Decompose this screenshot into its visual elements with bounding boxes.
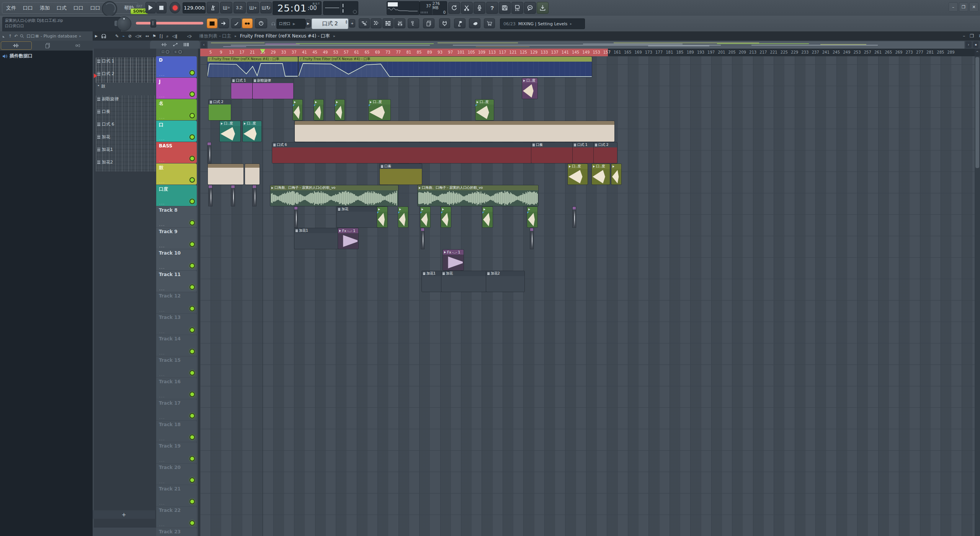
track-header[interactable]: Track 14... <box>156 335 197 356</box>
track-options-dots[interactable]: ... <box>159 265 165 270</box>
pattern-prev-button[interactable]: ▶ <box>305 19 311 28</box>
whoosh-clip[interactable]: 口..度 <box>592 164 610 185</box>
playlist-minimize-button[interactable]: – <box>963 33 965 39</box>
whoosh-clip[interactable]: 口..度 <box>369 100 390 120</box>
browser-item-label[interactable]: 插件数据口 <box>10 53 33 59</box>
track-options-dots[interactable]: ... <box>159 480 165 484</box>
track-name[interactable]: Track 10 <box>159 250 181 256</box>
track-header[interactable]: 口度... <box>156 185 197 206</box>
whoosh-clip[interactable]: 口..度 <box>220 121 240 142</box>
stop-button[interactable] <box>156 2 167 13</box>
track-name[interactable]: Track 22 <box>159 508 181 513</box>
playlist-view-button[interactable] <box>359 18 370 28</box>
playlist-breadcrumb-main[interactable]: Fruity Free Filter (reFX Nexus #4) - 口率 <box>240 33 330 39</box>
whoosh-clip[interactable] <box>335 100 345 120</box>
session-chevron-icon[interactable]: ▸ <box>570 22 572 26</box>
link-button[interactable] <box>242 18 253 28</box>
track-header[interactable]: Track 9... <box>156 228 197 249</box>
track-mute-led[interactable] <box>189 177 195 183</box>
spike-clip[interactable] <box>530 228 533 249</box>
track-mute-led[interactable] <box>189 520 195 526</box>
track-options-dots[interactable]: ... <box>159 437 165 441</box>
plugin-button[interactable] <box>439 18 450 28</box>
timeline-ruler[interactable]: 5913172125293337414549535761656973778185… <box>200 49 975 56</box>
track-name[interactable]: Track 9 <box>159 229 178 234</box>
track-options-dots[interactable]: ... <box>159 351 165 355</box>
whoosh-clip[interactable] <box>293 100 302 120</box>
scroll-up-button[interactable]: ^ <box>975 49 980 56</box>
spike-clip[interactable] <box>573 207 576 227</box>
playlist-grid[interactable]: ♪Fruity Free Filter (reFX Nexus #4) - 口率… <box>200 56 975 536</box>
track-options-dots[interactable]: ... <box>159 501 165 505</box>
toggle-sync[interactable]: s: <box>173 49 183 54</box>
fx-clip[interactable]: Fx -..- 1 <box>443 250 464 270</box>
tab-plugins[interactable] <box>62 41 93 51</box>
track-options-dots[interactable]: ... <box>159 523 165 527</box>
minimize-button[interactable]: – <box>949 2 958 11</box>
tempo-display[interactable]: 129.000 ▲▼ <box>183 2 206 13</box>
chat-button[interactable] <box>524 2 536 14</box>
track-name[interactable]: Track 21 <box>159 486 181 492</box>
save-version-button[interactable] <box>511 2 523 14</box>
pat-clip[interactable]: 口奏 <box>380 164 422 185</box>
track-options-dots[interactable]: ... <box>159 244 165 248</box>
track-name[interactable]: Track 11 <box>159 272 181 277</box>
track-name[interactable]: Track 13 <box>159 315 181 320</box>
session-status-panel[interactable]: 06/23 MIXING | Setting Levels ▸ <box>500 18 585 29</box>
menu-item[interactable]: 口口 <box>23 5 33 11</box>
menu-item[interactable]: 口口 <box>74 5 83 11</box>
track-header[interactable]: D... <box>156 56 197 77</box>
track-options-dots[interactable]: ... <box>159 308 165 312</box>
mixer-button[interactable] <box>394 18 405 28</box>
track-options-dots[interactable]: ... <box>159 94 165 98</box>
track-mute-led[interactable] <box>189 435 195 440</box>
track-header[interactable]: 口... <box>156 121 197 142</box>
blend-record-button[interactable]: Ш+ <box>247 2 259 13</box>
pat-clip[interactable]: 口式 1 <box>573 142 594 163</box>
menu-item[interactable]: 添加 <box>40 5 50 11</box>
whoosh-clip[interactable] <box>420 207 430 227</box>
import-button[interactable] <box>537 2 549 14</box>
track-mute-led[interactable] <box>189 349 195 354</box>
track-header[interactable]: J... <box>156 78 197 99</box>
menu-item[interactable]: 口口 <box>90 5 100 11</box>
track-header[interactable]: Track 22... <box>156 507 197 528</box>
pattern-selector[interactable]: 口式 2 ▲▼ <box>312 18 348 29</box>
auto-clip[interactable]: ♪Fruity Free Filter (reFX Nexus #4) - 口率 <box>299 57 592 77</box>
playlist-titlebar[interactable]: ▶ ✎ ⌁ ⊘ ◁× ↔ ⚑ ⌈⌋ ⌕ ◁‖ ◁› 播放列表 - 口主 ▸ Fr… <box>93 31 980 41</box>
track-options-dots[interactable]: ... <box>159 180 165 184</box>
track-name[interactable]: Track 16 <box>159 379 181 384</box>
pattern-item[interactable]: 副歌旋律 <box>96 95 157 108</box>
undo-small-icon[interactable]: ↶ <box>14 34 18 39</box>
overview-options-button[interactable]: ▪ <box>973 41 978 48</box>
track-name[interactable]: Track 8 <box>159 208 178 213</box>
project-pages-button[interactable] <box>423 18 434 28</box>
track-name[interactable]: Track 20 <box>159 465 181 470</box>
browser-item-plugin-database[interactable]: 插件数据口 <box>2 53 33 59</box>
pat-clip[interactable]: 加花1 <box>422 271 441 292</box>
track-mute-led[interactable] <box>189 327 195 333</box>
track-name[interactable]: Track 23 <box>159 529 181 534</box>
track-header[interactable]: Track 11... <box>156 271 197 292</box>
loop-record-button[interactable]: Ш↻ <box>260 2 272 13</box>
whoosh-clip[interactable] <box>527 207 537 227</box>
snap-value[interactable]: 口控口 <box>279 21 291 26</box>
whoosh-clip[interactable] <box>398 207 408 227</box>
up-icon[interactable]: ↑ <box>8 34 12 39</box>
cut-tool-button[interactable] <box>461 2 473 14</box>
pattern-item[interactable]: 加花2 <box>96 159 157 172</box>
track-options-dots[interactable]: ... <box>159 201 165 205</box>
track-options-dots[interactable]: ... <box>159 458 165 462</box>
wav-clip[interactable] <box>245 164 260 185</box>
track-header[interactable]: Track 23... <box>156 528 197 536</box>
portamento-button[interactable] <box>231 18 241 28</box>
playlist-breadcrumb-dim[interactable]: 播放列表 - 口主 <box>199 33 231 39</box>
pattern-item[interactable]: 加花 <box>96 133 157 146</box>
tab-files[interactable] <box>33 41 63 51</box>
pattern-selector-value[interactable]: 口式 2 <box>322 20 338 27</box>
wav-clip[interactable] <box>208 164 243 185</box>
whoosh-clip[interactable]: 口..度 <box>522 78 537 99</box>
spike-clip[interactable] <box>209 185 212 206</box>
select-tool-icon[interactable]: ⌈⌋ <box>160 34 163 39</box>
typing-keyboard-button[interactable] <box>207 18 217 28</box>
